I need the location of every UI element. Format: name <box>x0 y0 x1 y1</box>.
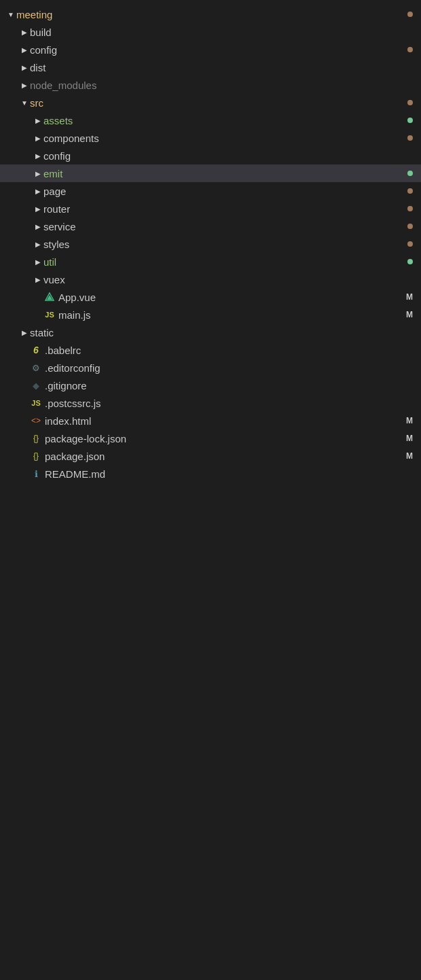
folder-router[interactable]: ▶ router <box>0 200 421 217</box>
arrow-closed-static: ▶ <box>19 327 30 338</box>
arrow-closed-assets: ▶ <box>33 115 43 126</box>
folder-label-assets: assets <box>43 115 403 126</box>
arrow-closed-vuex: ▶ <box>33 274 43 285</box>
folder-label-vuex: vuex <box>43 274 413 285</box>
js-icon-postcssrc: JS <box>30 397 42 409</box>
folder-label-node-modules: node_modules <box>30 80 413 91</box>
file-label-editorconfig: .editorconfig <box>45 362 413 374</box>
file-gitignore[interactable]: ▶ ◆ .gitignore <box>0 377 421 394</box>
js-icon-main: JS <box>43 309 56 321</box>
badge-app-vue: M <box>406 292 413 302</box>
folder-label-components: components <box>43 133 403 144</box>
arrow-closed-util: ▶ <box>33 256 43 267</box>
arrow-open-meeting: ▼ <box>5 9 16 20</box>
file-main-js[interactable]: ▶ JS main.js M <box>0 306 421 323</box>
dot-assets <box>407 118 413 123</box>
dot-util <box>407 259 413 264</box>
json-icon-package-lock: {} <box>30 432 42 444</box>
file-tree: ▼ meeting ▶ build ▶ config ▶ dist ▶ node… <box>0 0 421 488</box>
arrow-closed-emit: ▶ <box>33 168 43 179</box>
json-icon-package: {} <box>30 450 42 462</box>
file-label-index-html: index.html <box>45 415 402 427</box>
dot-emit <box>407 171 413 176</box>
folder-label-dist: dist <box>30 62 413 73</box>
file-label-readme-md: README.md <box>45 468 413 480</box>
file-index-html[interactable]: ▶ <> index.html M <box>0 412 421 430</box>
arrow-open-src: ▼ <box>19 97 30 108</box>
info-icon-readme: ℹ <box>30 468 42 480</box>
file-label-postcssrc: .postcssrc.js <box>45 398 413 409</box>
file-label-package-json: package.json <box>45 451 402 462</box>
folder-label-src-config: config <box>43 150 413 162</box>
file-label-babelrc: .babelrc <box>45 345 413 356</box>
file-app-vue[interactable]: ▶ App.vue M <box>0 288 421 306</box>
folder-label-router: router <box>43 203 403 215</box>
arrow-closed-service: ▶ <box>33 221 43 232</box>
folder-build[interactable]: ▶ build <box>0 23 421 41</box>
folder-meeting[interactable]: ▼ meeting <box>0 5 421 23</box>
folder-node-modules[interactable]: ▶ node_modules <box>0 76 421 94</box>
dot-meeting <box>407 12 413 17</box>
folder-label-build: build <box>30 27 413 38</box>
dot-components <box>407 135 413 141</box>
file-package-json[interactable]: ▶ {} package.json M <box>0 447 421 465</box>
badge-index-html: M <box>406 416 413 425</box>
dot-styles <box>407 241 413 247</box>
arrow-closed-src-config: ▶ <box>33 150 43 161</box>
folder-static[interactable]: ▶ static <box>0 323 421 341</box>
folder-label-emit: emit <box>43 168 403 179</box>
vue-icon-app <box>43 291 56 303</box>
badge-package-json: M <box>406 451 413 461</box>
file-editorconfig[interactable]: ▶ ⚙ .editorconfig <box>0 359 421 377</box>
folder-service[interactable]: ▶ service <box>0 217 421 235</box>
dot-src <box>407 100 413 105</box>
file-postcssrc[interactable]: ▶ JS .postcssrc.js <box>0 394 421 412</box>
folder-label-service: service <box>43 221 403 232</box>
folder-label-static: static <box>30 327 413 338</box>
badge-package-lock-json: M <box>406 434 413 443</box>
arrow-closed-page: ▶ <box>33 186 43 196</box>
folder-label-config: config <box>30 44 403 56</box>
folder-label-util: util <box>43 256 403 268</box>
folder-styles[interactable]: ▶ styles <box>0 235 421 253</box>
arrow-closed-build: ▶ <box>19 27 30 37</box>
folder-label-meeting: meeting <box>16 9 403 20</box>
folder-config[interactable]: ▶ config <box>0 41 421 58</box>
dot-router <box>407 206 413 211</box>
file-babelrc[interactable]: ▶ 6 .babelrc <box>0 341 421 359</box>
badge-main-js: M <box>406 310 413 319</box>
file-label-gitignore: .gitignore <box>45 380 413 391</box>
git-icon-gitignore: ◆ <box>30 379 42 391</box>
arrow-closed-router: ▶ <box>33 203 43 214</box>
babel-icon: 6 <box>30 344 42 356</box>
folder-label-styles: styles <box>43 239 403 250</box>
file-readme-md[interactable]: ▶ ℹ README.md <box>0 465 421 483</box>
folder-emit[interactable]: ▶ emit <box>0 164 421 182</box>
dot-service <box>407 224 413 229</box>
folder-src[interactable]: ▼ src <box>0 94 421 111</box>
arrow-closed-config: ▶ <box>19 44 30 55</box>
arrow-closed-styles: ▶ <box>33 239 43 249</box>
arrow-closed-dist: ▶ <box>19 62 30 73</box>
file-package-lock-json[interactable]: ▶ {} package-lock.json M <box>0 430 421 447</box>
dot-config <box>407 47 413 52</box>
folder-dist[interactable]: ▶ dist <box>0 58 421 76</box>
folder-page[interactable]: ▶ page <box>0 182 421 200</box>
html-icon-index: <> <box>30 415 42 427</box>
file-label-app-vue: App.vue <box>58 292 402 303</box>
folder-label-page: page <box>43 186 403 197</box>
arrow-closed-components: ▶ <box>33 133 43 143</box>
folder-vuex[interactable]: ▶ vuex <box>0 270 421 288</box>
folder-src-config[interactable]: ▶ config <box>0 147 421 164</box>
folder-assets[interactable]: ▶ assets <box>0 111 421 129</box>
dot-page <box>407 188 413 194</box>
folder-util[interactable]: ▶ util <box>0 253 421 270</box>
file-label-main-js: main.js <box>58 309 402 321</box>
folder-components[interactable]: ▶ components <box>0 129 421 147</box>
gear-icon-editorconfig: ⚙ <box>30 362 42 374</box>
folder-label-src: src <box>30 97 403 109</box>
file-label-package-lock-json: package-lock.json <box>45 433 402 444</box>
arrow-closed-node-modules: ▶ <box>19 80 30 90</box>
